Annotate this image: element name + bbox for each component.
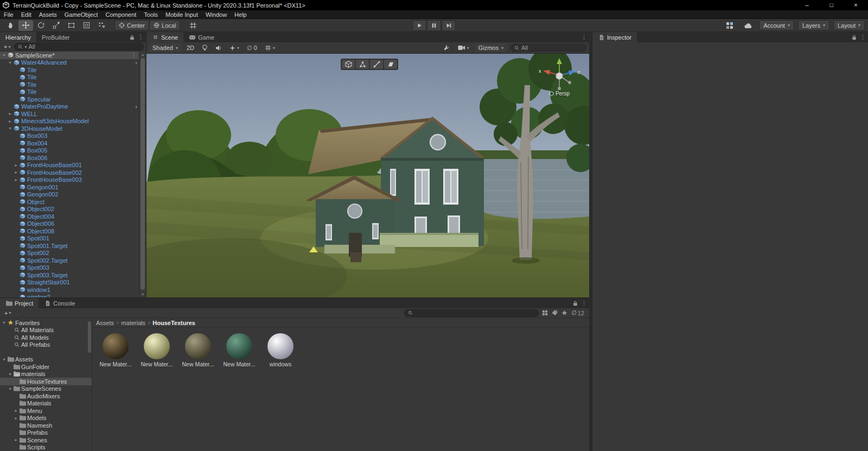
play-button[interactable] <box>412 20 426 31</box>
hierarchy-item-window1[interactable]: window1 <box>0 286 139 294</box>
hierarchy-item-gengon001[interactable]: Gengon001 <box>0 183 139 191</box>
prefab-chevron-icon[interactable]: › <box>135 59 139 66</box>
hierarchy-item-spot003-target[interactable]: Spot003.Target <box>0 271 139 279</box>
cloud-button[interactable] <box>741 20 755 31</box>
grid-visibility-dropdown[interactable]: ▾ <box>263 43 277 52</box>
hierarchy-item-samplescene[interactable]: ▾SampleScene*⋮ <box>0 52 139 59</box>
project-tree-item-assets[interactable]: ▾Assets <box>0 356 92 364</box>
project-tree-item-scenes[interactable]: ▸Scenes <box>0 436 92 444</box>
create-button[interactable]: +▾ <box>2 43 12 50</box>
hierarchy-item-gengon002[interactable]: Gengon002 <box>0 191 139 199</box>
move-tool-button[interactable] <box>18 20 33 31</box>
project-tree-item-menu[interactable]: ▸Menu <box>0 407 92 415</box>
orientation-gizmo[interactable]: x z Persp <box>536 55 583 97</box>
foldout-closed-icon[interactable]: ▸ <box>13 170 19 175</box>
hierarchy-item-tile[interactable]: Tile <box>0 66 139 74</box>
breadcrumb-segment-materials[interactable]: materials <box>121 320 145 326</box>
face-mode-button[interactable] <box>384 60 397 69</box>
hierarchy-item-spot002-target[interactable]: Spot002.Target <box>0 257 139 264</box>
hierarchy-item-object004[interactable]: Object004 <box>0 213 139 220</box>
tab-probuilder[interactable]: ProBuilder <box>36 32 75 42</box>
asset-new-mater[interactable]: New Mater... <box>181 333 215 367</box>
tab-inspector[interactable]: Inspector <box>592 32 637 42</box>
menu-edit[interactable]: Edit <box>17 10 35 19</box>
project-tree-item-audiomixers[interactable]: AudioMixers <box>0 392 92 400</box>
hidden-objects-button[interactable]: ∅ 0 <box>245 43 259 52</box>
scene-effects-dropdown[interactable]: ▾ <box>227 43 241 52</box>
maximize-button[interactable]: □ <box>819 0 844 10</box>
menu-mobile-input[interactable]: Mobile Input <box>162 10 202 19</box>
hidden-packages-icon[interactable]: ∅ <box>571 309 577 316</box>
rotate-tool-button[interactable] <box>34 20 48 31</box>
scene-viewport[interactable]: x z Persp <box>146 54 589 297</box>
view-mode-label[interactable]: Persp <box>536 91 583 97</box>
project-tree-item-materials[interactable]: ▾materials <box>0 371 92 378</box>
grid-snapping-button[interactable] <box>186 20 200 31</box>
draw-mode-dropdown[interactable]: Shaded ▾ <box>149 43 181 52</box>
foldout-closed-icon[interactable]: ▸ <box>13 437 19 442</box>
hierarchy-item-fronthousebase002[interactable]: ▸FrontHouseBase002 <box>0 169 139 176</box>
project-tree-item-all-models[interactable]: All Models <box>0 334 92 341</box>
foldout-closed-icon[interactable]: ▸ <box>7 111 13 116</box>
search-by-label-icon[interactable] <box>552 310 558 316</box>
hierarchy-item-spot001[interactable]: Spot001 <box>0 235 139 243</box>
layout-dropdown[interactable]: Layout ▾ <box>833 20 865 30</box>
hierarchy-item-3dhousemodel[interactable]: ▾3DHouseModel <box>0 125 139 132</box>
hierarchy-item-fronthousebase001[interactable]: ▸FrontHouseBase001 <box>0 162 139 169</box>
project-tree-scrollbar[interactable] <box>87 318 92 451</box>
scene-search-input[interactable]: All <box>510 44 586 52</box>
scene-audio-button[interactable] <box>213 43 224 52</box>
custom-tool-button[interactable] <box>94 20 109 31</box>
hierarchy-item-object[interactable]: Object <box>0 198 139 206</box>
hierarchy-item-object006[interactable]: Object006 <box>0 220 139 228</box>
scroll-up-icon[interactable]: ▲ <box>139 53 146 56</box>
step-button[interactable] <box>442 20 456 31</box>
hierarchy-item-box006[interactable]: Box006 <box>0 154 139 162</box>
project-search-input[interactable] <box>404 309 539 317</box>
object-mode-button[interactable] <box>342 60 355 69</box>
hierarchy-item-minecraft3dshousemodel[interactable]: ▸Minecraft3dsHouseModel <box>0 118 139 125</box>
hierarchy-item-object008[interactable]: Object008 <box>0 227 139 235</box>
account-dropdown[interactable]: Account ▾ <box>759 20 794 30</box>
panel-menu-icon[interactable]: ⋮ <box>138 34 144 41</box>
hierarchy-item-spot003[interactable]: Spot003 <box>0 264 139 272</box>
transform-tool-button[interactable] <box>79 20 94 31</box>
project-tree-item-scripts[interactable]: Scripts <box>0 444 92 451</box>
hierarchy-item-tile[interactable]: Tile <box>0 74 139 81</box>
lock-icon[interactable] <box>130 35 135 40</box>
minimize-button[interactable]: – <box>795 0 819 10</box>
scale-tool-button[interactable] <box>49 20 63 31</box>
hierarchy-item-box004[interactable]: Box004 <box>0 139 139 147</box>
foldout-open-icon[interactable]: ▾ <box>7 386 13 391</box>
space-toggle-button[interactable]: Local <box>149 20 180 30</box>
project-tree-item-samplescenes[interactable]: ▾SampleScenes <box>0 385 92 393</box>
pivot-toggle-button[interactable]: Center <box>114 20 149 30</box>
2d-toggle-button[interactable]: 2D <box>184 43 196 52</box>
foldout-open-icon[interactable]: ▾ <box>7 372 13 377</box>
panel-menu-icon[interactable]: ⋮ <box>581 34 587 41</box>
hierarchy-item-tile[interactable]: Tile <box>0 88 139 96</box>
foldout-closed-icon[interactable]: ▸ <box>13 177 19 182</box>
project-tree-item-all-prefabs[interactable]: All Prefabs <box>0 341 92 349</box>
menu-file[interactable]: File <box>0 10 17 19</box>
asset-new-mater[interactable]: New Mater... <box>99 333 132 367</box>
asset-new-mater[interactable]: New Mater... <box>140 333 174 367</box>
panel-menu-icon[interactable]: ⋮ <box>860 34 866 41</box>
favorites-star-icon[interactable] <box>561 310 567 316</box>
scroll-down-icon[interactable]: ▼ <box>139 293 146 296</box>
hierarchy-item-well[interactable]: ▸WELL <box>0 110 139 118</box>
hierarchy-item-object002[interactable]: Object002 <box>0 206 139 213</box>
project-tree-item-models[interactable]: ▸Models <box>0 415 92 422</box>
menu-window[interactable]: Window <box>202 10 231 19</box>
edge-mode-button[interactable] <box>370 60 383 69</box>
close-button[interactable]: × <box>844 0 868 10</box>
hierarchy-item-waterprodaytime[interactable]: WaterProDaytime› <box>0 103 139 111</box>
hierarchy-item-window2[interactable]: window2 <box>0 294 139 298</box>
foldout-open-icon[interactable]: ▾ <box>7 60 13 65</box>
tab-console[interactable]: Console <box>39 298 80 308</box>
hierarchy-item-water4advanced[interactable]: ▾Water4Advanced› <box>0 59 139 67</box>
project-tree-item-all-materials[interactable]: All Materials <box>0 327 92 334</box>
scene-menu-icon[interactable]: ⋮ <box>131 52 139 59</box>
create-button[interactable]: +▾ <box>3 310 12 316</box>
project-tree-item-favorites[interactable]: ▾Favorites <box>0 319 92 327</box>
